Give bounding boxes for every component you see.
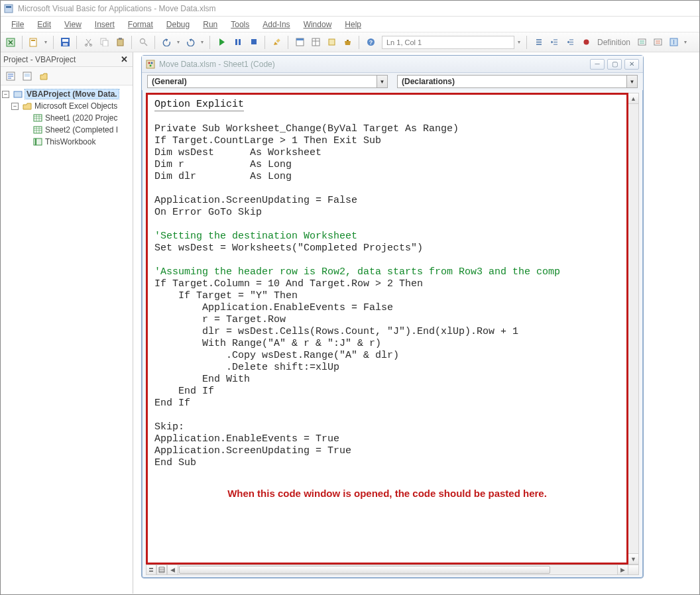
menu-debug[interactable]: Debug — [161, 19, 195, 30]
indent-icon[interactable] — [547, 35, 561, 50]
close-icon[interactable]: ✕ — [119, 54, 130, 64]
insert-module-dropdown[interactable]: ▾ — [42, 35, 49, 50]
menu-edit[interactable]: Edit — [32, 19, 56, 30]
menu-help[interactable]: Help — [339, 19, 367, 30]
code-line[interactable]: With Range("A" & r & ":J" & r) — [154, 338, 621, 350]
list-properties-icon[interactable] — [531, 35, 546, 50]
outdent-icon[interactable] — [563, 35, 577, 50]
code-line[interactable]: End Sub — [154, 457, 621, 469]
view-object-icon[interactable] — [20, 69, 34, 83]
menu-tools[interactable]: Tools — [225, 19, 255, 30]
code-line[interactable]: dlr = wsDest.Cells(Rows.Count, "J").End(… — [154, 326, 621, 338]
collapse-icon[interactable]: − — [11, 103, 19, 110]
uncomment-block-icon[interactable] — [650, 35, 665, 50]
tree-group[interactable]: − Microsoft Excel Objects — [2, 100, 131, 112]
bookmark-icon[interactable] — [666, 35, 681, 50]
code-line[interactable]: Application.EnableEvents = True — [154, 433, 621, 445]
menu-run[interactable]: Run — [198, 19, 223, 30]
code-line[interactable]: 'Assuming the header row is Row2, data s… — [154, 266, 621, 278]
menu-format[interactable]: Format — [123, 19, 158, 30]
code-line[interactable]: Dim wsDest As Worksheet — [154, 147, 621, 159]
tree-item-sheet1[interactable]: Sheet1 (2020 Projec — [2, 112, 131, 124]
procedure-view-icon[interactable] — [146, 565, 156, 575]
code-line[interactable]: End With — [154, 374, 621, 386]
code-line[interactable]: Dim dlr As Long — [154, 171, 621, 183]
code-line[interactable]: End If — [154, 386, 621, 398]
break-icon[interactable] — [230, 35, 245, 50]
code-line[interactable]: Application.ScreenUpdating = False — [154, 195, 621, 207]
project-tree[interactable]: − VBAProject (Move Data. − Microsoft Exc… — [1, 85, 133, 594]
code-line[interactable]: If Target.CountLarge > 1 Then Exit Sub — [154, 135, 621, 147]
procedure-combo[interactable]: (Declarations) ▼ — [397, 75, 638, 88]
run-icon[interactable] — [214, 35, 229, 50]
undo-dropdown[interactable]: ▾ — [175, 35, 182, 50]
menu-addins[interactable]: Add-Ins — [257, 19, 295, 30]
breakpoint-icon[interactable] — [579, 35, 593, 50]
maximize-button[interactable]: ▢ — [607, 59, 622, 70]
object-browser-icon[interactable] — [324, 35, 339, 50]
menu-window[interactable]: Window — [298, 19, 337, 30]
chevron-down-icon[interactable]: ▼ — [626, 76, 637, 87]
project-explorer-icon[interactable] — [292, 35, 307, 50]
insert-module-icon[interactable] — [27, 35, 41, 50]
redo-dropdown[interactable]: ▾ — [199, 35, 205, 50]
code-editor[interactable]: Option Explicit Private Sub Worksheet_Ch… — [146, 93, 628, 565]
code-line[interactable]: Dim r As Long — [154, 159, 621, 171]
code-window-titlebar[interactable]: Move Data.xlsm - Sheet1 (Code) ─ ▢ ✕ — [142, 56, 643, 73]
minimize-button[interactable]: ─ — [590, 59, 605, 70]
chevron-down-icon[interactable]: ▼ — [377, 76, 387, 87]
toolbar-end-dropdown[interactable]: ▾ — [682, 35, 689, 50]
code-line[interactable]: On Error GoTo Skip — [154, 207, 621, 219]
code-line[interactable]: r = Target.Row — [154, 314, 621, 326]
scroll-up-icon[interactable]: ▲ — [628, 93, 638, 104]
scroll-down-icon[interactable]: ▼ — [628, 553, 638, 564]
code-line[interactable]: Application.ScreenUpdating = True — [154, 445, 621, 457]
cut-icon[interactable] — [81, 35, 95, 50]
code-line[interactable] — [154, 219, 621, 231]
properties-window-icon[interactable] — [308, 35, 323, 50]
view-excel-icon[interactable] — [3, 35, 18, 50]
code-line[interactable]: Application.EnableEvents = False — [154, 302, 621, 314]
menu-view[interactable]: View — [59, 19, 87, 30]
code-line[interactable]: Private Sub Worksheet_Change(ByVal Targe… — [154, 123, 621, 135]
reset-icon[interactable] — [246, 35, 261, 50]
code-line[interactable]: End If — [154, 398, 621, 409]
object-combo[interactable]: (General) ▼ — [147, 75, 388, 88]
code-line[interactable] — [154, 183, 621, 195]
code-line[interactable]: Set wsDest = Worksheets("Completed Proje… — [154, 243, 621, 254]
code-line[interactable]: Skip: — [154, 421, 621, 433]
code-line[interactable]: Option Explicit — [154, 99, 621, 111]
save-icon[interactable] — [58, 35, 72, 50]
horizontal-scrollbar[interactable]: ◀ ▶ — [167, 565, 628, 575]
menu-file[interactable]: File — [6, 19, 29, 30]
code-line[interactable]: If Target = "Y" Then — [154, 290, 621, 302]
close-button[interactable]: ✕ — [624, 59, 639, 70]
code-line[interactable]: .Delete shift:=xlUp — [154, 362, 621, 374]
design-mode-icon[interactable] — [269, 35, 284, 50]
comment-block-icon[interactable] — [634, 35, 649, 50]
status-dropdown[interactable]: ▾ — [516, 35, 522, 50]
redo-icon[interactable] — [183, 35, 198, 50]
view-code-icon[interactable] — [3, 69, 18, 83]
toggle-folders-icon[interactable] — [36, 69, 51, 83]
scroll-thumb[interactable] — [179, 566, 550, 574]
paste-icon[interactable] — [113, 35, 127, 50]
scroll-left-icon[interactable]: ◀ — [168, 565, 178, 574]
vertical-scrollbar[interactable]: ▲ ▼ — [628, 93, 639, 565]
collapse-icon[interactable]: − — [2, 91, 9, 98]
code-line[interactable] — [154, 409, 621, 421]
find-icon[interactable] — [136, 35, 150, 50]
code-line[interactable] — [154, 254, 621, 266]
code-line[interactable] — [154, 111, 621, 123]
scroll-right-icon[interactable]: ▶ — [617, 565, 628, 574]
help-icon[interactable]: ? — [363, 35, 378, 50]
code-line[interactable]: If Target.Column = 10 And Target.Row > 2… — [154, 278, 621, 290]
undo-icon[interactable] — [159, 35, 174, 50]
menu-insert[interactable]: Insert — [89, 19, 120, 30]
tree-item-sheet2[interactable]: Sheet2 (Completed I — [2, 124, 131, 136]
code-line[interactable]: 'Setting the destination Worksheet — [154, 231, 621, 243]
copy-icon[interactable] — [97, 35, 111, 50]
tree-root[interactable]: − VBAProject (Move Data. — [2, 88, 131, 100]
tree-item-thisworkbook[interactable]: ThisWorkbook — [2, 136, 131, 148]
full-module-view-icon[interactable] — [156, 565, 167, 575]
